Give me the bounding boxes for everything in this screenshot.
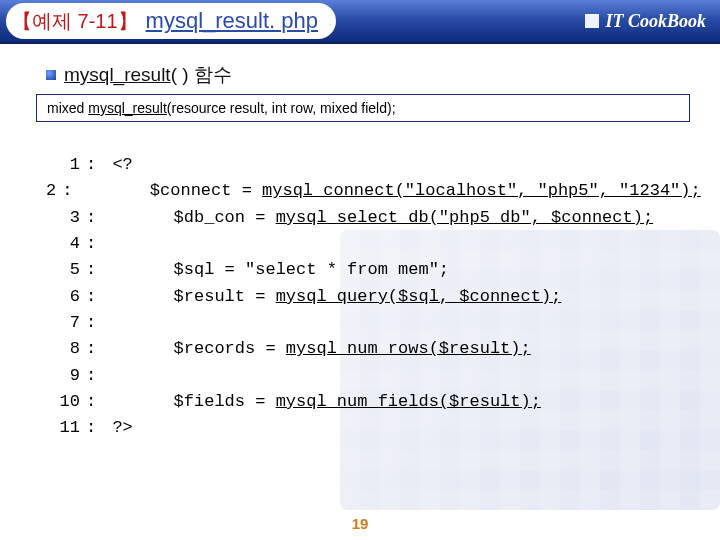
line-number: 7: [46, 310, 86, 336]
line-number: 10: [46, 389, 86, 415]
colon: :: [86, 231, 112, 257]
line-number: 1: [46, 152, 86, 178]
example-tag: 【예제 7-11】: [12, 8, 138, 35]
code-text: $db_con = mysql_select_db("php5_db", $co…: [112, 205, 653, 231]
line-number: 4: [46, 231, 86, 257]
brand-text: IT CookBook: [605, 11, 706, 32]
proto-fn: mysql_result: [88, 100, 167, 116]
line-number: 11: [46, 415, 86, 441]
code-text: $connect = mysql_connect("localhost", "p…: [89, 178, 701, 204]
bullet-suffix: ( ) 함수: [171, 64, 232, 85]
line-number: 5: [46, 257, 86, 283]
line-number: 9: [46, 363, 86, 389]
colon: :: [86, 389, 112, 415]
bullet-text: mysql_result( ) 함수: [64, 62, 232, 88]
code-line: 9:: [46, 363, 690, 389]
content-area: mysql_result( ) 함수 mixed mysql_result(re…: [0, 44, 720, 442]
colon: :: [86, 310, 112, 336]
code-line: 2: $connect = mysql_connect("localhost",…: [46, 178, 690, 204]
code-line: 7:: [46, 310, 690, 336]
code-line: 6: $result = mysql_query($sql, $connect)…: [46, 284, 690, 310]
page-number: 19: [0, 515, 720, 532]
code-line: 11: ?>: [46, 415, 690, 441]
colon: :: [62, 178, 88, 204]
bullet-icon: [46, 70, 56, 80]
code-text: $fields = mysql_num_fields($result);: [112, 389, 540, 415]
line-number: 2: [46, 178, 62, 204]
code-text: <?: [112, 152, 132, 178]
brand-square-icon: [585, 14, 599, 28]
colon: :: [86, 415, 112, 441]
line-number: 8: [46, 336, 86, 362]
code-line: 1: <?: [46, 152, 690, 178]
code-text: $result = mysql_query($sql, $connect);: [112, 284, 561, 310]
line-number: 3: [46, 205, 86, 231]
title-bar: 【예제 7-11】 mysql_result. php IT CookBook: [0, 0, 720, 44]
colon: :: [86, 284, 112, 310]
code-line: 5: $sql = "select * from mem";: [46, 257, 690, 283]
code-text: $sql = "select * from mem";: [112, 257, 449, 283]
proto-prefix: mixed: [47, 100, 88, 116]
code-text: $records = mysql_num_rows($result);: [112, 336, 530, 362]
code-block: 1: <?2: $connect = mysql_connect("localh…: [46, 152, 690, 442]
colon: :: [86, 363, 112, 389]
colon: :: [86, 205, 112, 231]
colon: :: [86, 152, 112, 178]
title-text: mysql_result. php: [146, 8, 318, 34]
code-text: ?>: [112, 415, 132, 441]
bullet-fn: mysql_result: [64, 64, 171, 85]
code-line: 3: $db_con = mysql_select_db("php5_db", …: [46, 205, 690, 231]
title-pill: 【예제 7-11】 mysql_result. php: [6, 3, 336, 39]
prototype-box: mixed mysql_result(resource result, int …: [36, 94, 690, 122]
code-line: 10: $fields = mysql_num_fields($result);: [46, 389, 690, 415]
bullet-row: mysql_result( ) 함수: [46, 62, 690, 88]
code-line: 8: $records = mysql_num_rows($result);: [46, 336, 690, 362]
brand-logo: IT CookBook: [585, 11, 706, 32]
colon: :: [86, 336, 112, 362]
code-line: 4:: [46, 231, 690, 257]
colon: :: [86, 257, 112, 283]
line-number: 6: [46, 284, 86, 310]
proto-suffix: (resource result, int row, mixed field);: [167, 100, 396, 116]
